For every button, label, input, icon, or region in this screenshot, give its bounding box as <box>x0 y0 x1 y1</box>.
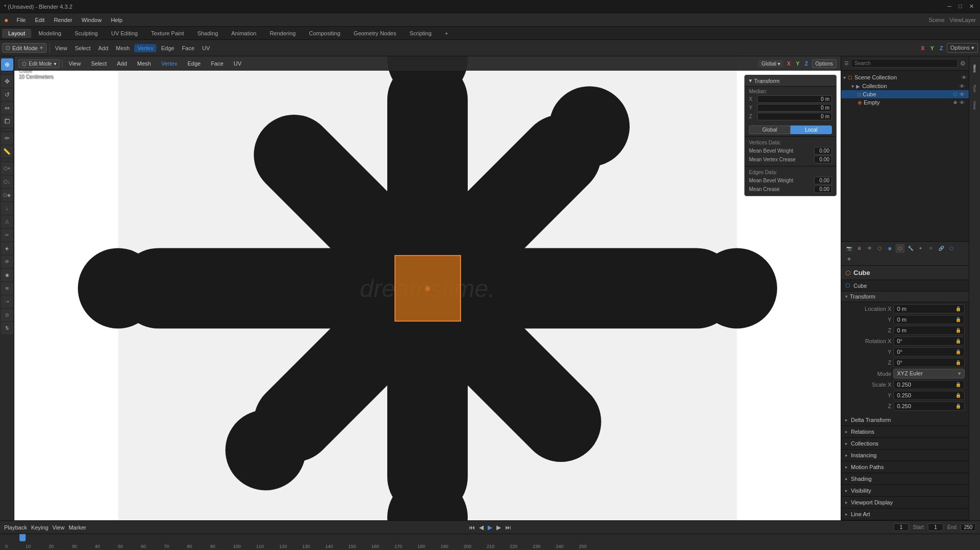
vp-options-btn[interactable]: Options <box>812 59 837 68</box>
rotation-x-lock[interactable]: 🔒 <box>955 339 961 344</box>
tool-cursor[interactable]: ⊕ <box>1 58 13 71</box>
scale-x-lock[interactable]: 🔒 <box>955 382 961 387</box>
current-frame[interactable]: 1 <box>893 523 909 531</box>
location-y-field[interactable]: 0 m 🔒 <box>893 315 965 324</box>
tool-edge-slide[interactable]: ⇢ <box>1 295 13 308</box>
close-btn[interactable]: ✕ <box>967 3 976 10</box>
toolbar-edge[interactable]: Edge <box>158 44 177 52</box>
object-name-value[interactable]: Cube <box>853 269 870 277</box>
tool-annotate[interactable]: ✏ <box>1 132 13 144</box>
tab-sculpting[interactable]: Sculpting <box>69 29 104 38</box>
playhead[interactable] <box>19 534 26 541</box>
start-frame[interactable]: 1 <box>928 523 943 531</box>
mean-vertex-crease-value[interactable]: 0.00 <box>814 156 832 163</box>
tool-poly-build[interactable]: ◈ <box>1 242 13 255</box>
data-name-value[interactable]: Cube <box>853 283 867 289</box>
vp-z-btn[interactable]: Z <box>803 60 810 67</box>
section-visibility[interactable]: ▸ Visibility <box>841 485 969 497</box>
section-shading[interactable]: ▸ Shading <box>841 473 969 485</box>
rotation-z-lock[interactable]: 🔒 <box>955 360 961 365</box>
tool-scale[interactable]: ⇔ <box>1 102 13 114</box>
maximize-btn[interactable]: □ <box>956 3 964 10</box>
section-line-art[interactable]: ▸ Line Art <box>841 509 969 520</box>
tab-animation[interactable]: Animation <box>225 29 263 38</box>
tool-loop-cut[interactable]: ⟂ <box>1 202 13 215</box>
vp-face-btn[interactable]: Face <box>207 59 227 68</box>
vp-add-btn[interactable]: Add <box>113 59 131 68</box>
mean-crease-value[interactable]: 0.00 <box>814 185 832 193</box>
props-icon-particles[interactable]: ✦ <box>916 244 925 253</box>
x-value[interactable]: 0 m <box>757 95 832 103</box>
local-btn[interactable]: Local <box>790 125 832 134</box>
vp-vertex-btn[interactable]: Vertex <box>157 59 181 68</box>
tool-randomize[interactable]: ≋ <box>1 282 13 294</box>
playback-btn[interactable]: Playback <box>4 524 27 531</box>
tab-geometry-nodes[interactable]: Geometry Nodes <box>347 29 402 38</box>
location-y-lock[interactable]: 🔒 <box>955 317 961 322</box>
props-icon-material[interactable]: ◈ <box>844 254 853 263</box>
vp-select-btn[interactable]: Select <box>87 59 111 68</box>
props-icon-view[interactable]: 👁 <box>865 244 874 253</box>
section-instancing[interactable]: ▸ Instancing <box>841 450 969 461</box>
vp-edge-btn[interactable]: Edge <box>183 59 205 68</box>
scale-z-lock[interactable]: 🔒 <box>955 404 961 409</box>
options-btn[interactable]: Options ▾ <box>947 43 978 53</box>
timeline-ruler[interactable]: 0 10 20 30 40 50 60 70 80 90 100 110 120… <box>0 534 980 550</box>
view-btn[interactable]: View <box>52 524 65 531</box>
props-icon-physics[interactable]: ⚛ <box>926 244 935 253</box>
section-transform[interactable]: ▾ Transform <box>841 291 969 302</box>
vp-global-btn[interactable]: Global ▾ <box>758 60 783 68</box>
tool-offset-cut[interactable]: ⧊ <box>1 216 13 228</box>
tool-bevel[interactable]: ⬡◈ <box>1 189 13 201</box>
play-jump-start[interactable]: ⏮ <box>469 524 475 531</box>
keying-btn[interactable]: Keying <box>31 524 49 531</box>
mean-bevel-weight-v-value[interactable]: 0.00 <box>814 147 832 155</box>
section-collections[interactable]: ▸ Collections <box>841 438 969 450</box>
rotation-y-field[interactable]: 0° 🔒 <box>893 347 965 356</box>
menu-help[interactable]: Help <box>107 16 127 24</box>
location-x-field[interactable]: 0 m 🔒 <box>893 304 965 313</box>
overlay-x[interactable]: X <box>919 45 927 51</box>
tool-smooth[interactable]: ◉ <box>1 269 13 281</box>
y-value[interactable]: 0 m <box>757 104 832 112</box>
tool-shrink[interactable]: ⊙ <box>1 309 13 321</box>
play-prev-frame[interactable]: ◀ <box>479 524 484 531</box>
collection-item-collection[interactable]: ▾ ▶ Collection 👁 <box>841 82 969 90</box>
toolbar-uv[interactable]: UV <box>199 44 213 52</box>
mode-selector[interactable]: ⬡ Edit Mode ▾ <box>2 43 47 53</box>
toolbar-mesh[interactable]: Mesh <box>113 44 133 52</box>
viewport[interactable]: ⬡ Edit Mode ▾ View Select Add Mesh Verte… <box>14 56 841 520</box>
props-icon-world[interactable]: ◉ <box>885 244 894 253</box>
tool-rotate[interactable]: ↺ <box>1 89 13 101</box>
cube-eye[interactable]: 👁 <box>960 92 965 97</box>
tab-texture-paint[interactable]: Texture Paint <box>145 29 190 38</box>
play-jump-end[interactable]: ⏭ <box>505 524 511 531</box>
tab-uv-editing[interactable]: UV Editing <box>105 29 144 38</box>
play-btn[interactable]: ▶ <box>488 524 492 531</box>
section-relations[interactable]: ▸ Relations <box>841 426 969 438</box>
scale-y-field[interactable]: 0.250 🔒 <box>893 391 965 400</box>
tool-measure[interactable]: 📏 <box>1 145 13 158</box>
toolbar-add[interactable]: Add <box>95 44 112 52</box>
props-icon-output[interactable]: 🖥 <box>854 244 864 253</box>
sidebar-view-icon[interactable]: View <box>970 97 979 114</box>
vp-x-btn[interactable]: X <box>785 60 792 67</box>
section-motion-paths[interactable]: ▸ Motion Paths <box>841 461 969 473</box>
marker-btn[interactable]: Marker <box>69 524 86 531</box>
rotation-y-lock[interactable]: 🔒 <box>955 349 961 354</box>
sidebar-tool-icon[interactable]: Tool <box>970 80 979 96</box>
end-frame[interactable]: 250 <box>961 523 976 531</box>
scene-expand-icon[interactable]: ▾ <box>843 75 846 80</box>
viewport-mode-btn[interactable]: ⬡ Edit Mode ▾ <box>18 59 60 68</box>
tool-extrude[interactable]: ⬡+ <box>1 162 13 175</box>
rotation-x-field[interactable]: 0° 🔒 <box>893 336 965 346</box>
overlay-z[interactable]: Z <box>937 45 945 51</box>
overlay-y[interactable]: Y <box>928 45 936 51</box>
minimize-btn[interactable]: ─ <box>946 3 954 10</box>
empty-eye[interactable]: 👁 <box>960 100 965 105</box>
props-icon-constraints[interactable]: 🔗 <box>936 244 946 253</box>
z-value[interactable]: 0 m <box>757 113 832 120</box>
tool-move[interactable]: ✥ <box>1 75 13 88</box>
location-x-lock[interactable]: 🔒 <box>955 306 961 311</box>
props-icon-render[interactable]: 📷 <box>844 244 853 253</box>
